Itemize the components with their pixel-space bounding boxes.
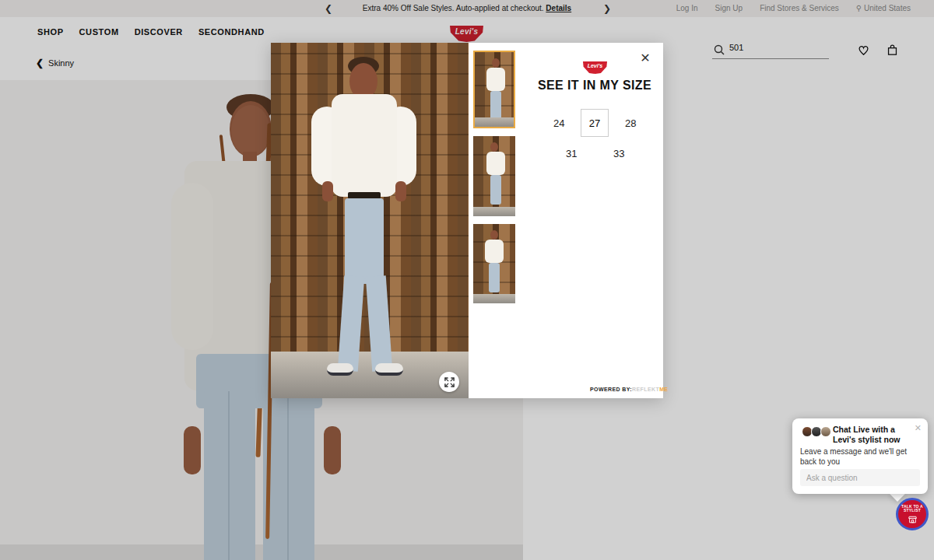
powered-by-prefix: POWERED BY: [590, 387, 632, 392]
modal-title: SEE IT IN MY SIZE [515, 79, 674, 93]
thumbnail-back-view[interactable] [473, 224, 515, 303]
modal-size-33[interactable]: 33 [613, 148, 624, 159]
chat-close-icon[interactable]: ✕ [915, 423, 922, 433]
modal-size-24[interactable]: 24 [553, 117, 564, 129]
modal-close-icon[interactable]: ✕ [638, 51, 652, 65]
talk-to-stylist-button[interactable]: TALK TO A STYLIST [896, 498, 929, 530]
stylist-avatar [820, 426, 831, 437]
chat-question-input[interactable] [800, 469, 920, 486]
page: ❮ Extra 40% Off Sale Styles. Auto-applie… [0, 0, 934, 560]
modal-size-31[interactable]: 31 [566, 148, 577, 159]
chat-widget: Chat Live with a Levi's stylist now ✕ Le… [792, 418, 928, 494]
modal-size-27-selected[interactable]: 27 [581, 109, 609, 137]
chat-title: Chat Live with a Levi's stylist now [833, 425, 915, 445]
expand-arrows-icon [444, 377, 455, 387]
expand-photo-button[interactable] [439, 372, 459, 392]
fab-label: TALK TO A STYLIST [901, 505, 924, 513]
powered-by-brand: REFLEKT [632, 387, 659, 392]
thumbnail-side-view[interactable] [473, 136, 515, 216]
modal-levis-logo-text: Levi's [588, 63, 603, 74]
photo-floor [271, 352, 469, 398]
thumbnail-front-view[interactable] [473, 51, 515, 128]
chat-body-text: Leave a message and we'll get back to yo… [800, 446, 921, 467]
store-icon [908, 514, 918, 524]
modal-size-28[interactable]: 28 [625, 117, 636, 129]
modal-main-photo [271, 43, 469, 398]
see-it-in-my-size-modal [271, 43, 663, 398]
powered-by: POWERED BY:REFLEKTME [590, 387, 668, 392]
powered-by-brand-suffix: ME [659, 387, 668, 392]
